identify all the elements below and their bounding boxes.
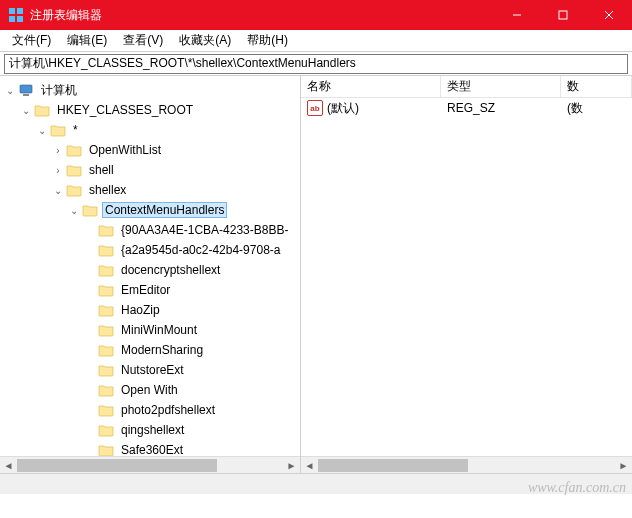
list-scrollbar-h[interactable]: ◄ ► [301, 456, 632, 473]
tree-node-label: MiniWinMount [118, 322, 200, 338]
tree-node-label: ContextMenuHandlers [102, 202, 227, 218]
menu-favorites[interactable]: 收藏夹(A) [171, 30, 239, 51]
expand-icon[interactable]: › [50, 165, 66, 176]
collapse-icon[interactable]: ⌄ [2, 85, 18, 96]
title-bar: 注册表编辑器 [0, 0, 632, 30]
tree-node-child[interactable]: ModernSharing [0, 340, 300, 360]
expand-icon[interactable]: › [50, 145, 66, 156]
folder-icon [98, 363, 114, 377]
tree-node-shell[interactable]: ›shell [0, 160, 300, 180]
list-row[interactable]: ab (默认) REG_SZ (数 [301, 98, 632, 118]
value-data: (数 [561, 100, 632, 117]
value-type: REG_SZ [441, 101, 561, 115]
tree-node-label: * [70, 122, 81, 138]
tree-node-computer[interactable]: ⌄计算机 [0, 80, 300, 100]
col-header-data[interactable]: 数 [561, 76, 632, 97]
collapse-icon[interactable]: ⌄ [66, 205, 82, 216]
folder-icon [50, 123, 66, 137]
scroll-thumb[interactable] [17, 459, 217, 472]
folder-icon [98, 223, 114, 237]
tree-node-child[interactable]: EmEditor [0, 280, 300, 300]
tree-node-contextmenuhandlers[interactable]: ⌄ContextMenuHandlers [0, 200, 300, 220]
tree-node-child[interactable]: {90AA3A4E-1CBA-4233-B8BB- [0, 220, 300, 240]
tree-node-hkcr[interactable]: ⌄HKEY_CLASSES_ROOT [0, 100, 300, 120]
menu-edit[interactable]: 编辑(E) [59, 30, 115, 51]
svg-rect-8 [20, 85, 32, 93]
close-button[interactable] [586, 0, 632, 30]
minimize-button[interactable] [494, 0, 540, 30]
tree-node-star[interactable]: ⌄* [0, 120, 300, 140]
address-text: 计算机\HKEY_CLASSES_ROOT\*\shellex\ContextM… [9, 55, 356, 72]
svg-rect-5 [559, 11, 567, 19]
address-bar: 计算机\HKEY_CLASSES_ROOT\*\shellex\ContextM… [0, 52, 632, 76]
col-header-type[interactable]: 类型 [441, 76, 561, 97]
tree-node-child[interactable]: docencryptshellext [0, 260, 300, 280]
folder-icon [98, 403, 114, 417]
tree-node-label: HKEY_CLASSES_ROOT [54, 102, 196, 118]
scroll-right-icon[interactable]: ► [283, 457, 300, 474]
folder-icon [66, 183, 82, 197]
tree-node-label: HaoZip [118, 302, 163, 318]
folder-icon [34, 103, 50, 117]
tree-node-label: NutstoreExt [118, 362, 187, 378]
tree-node-child[interactable]: HaoZip [0, 300, 300, 320]
string-value-icon: ab [307, 100, 323, 116]
menu-view[interactable]: 查看(V) [115, 30, 171, 51]
tree-node-label: docencryptshellext [118, 262, 223, 278]
collapse-icon[interactable]: ⌄ [34, 125, 50, 136]
menu-bar: 文件(F) 编辑(E) 查看(V) 收藏夹(A) 帮助(H) [0, 30, 632, 52]
scroll-right-icon[interactable]: ► [615, 457, 632, 474]
window-title: 注册表编辑器 [30, 7, 494, 24]
scroll-left-icon[interactable]: ◄ [0, 457, 17, 474]
tree-node-label: ModernSharing [118, 342, 206, 358]
svg-rect-0 [9, 8, 15, 14]
folder-icon [98, 303, 114, 317]
tree-node-child[interactable]: NutstoreExt [0, 360, 300, 380]
folder-icon [98, 323, 114, 337]
tree-node-label: Open With [118, 382, 181, 398]
tree-node-label: shellex [86, 182, 129, 198]
list-pane[interactable]: 名称 类型 数 ab (默认) REG_SZ (数 ◄ ► [301, 76, 632, 473]
svg-rect-9 [23, 94, 29, 96]
folder-icon [98, 443, 114, 457]
tree-scrollbar-h[interactable]: ◄ ► [0, 456, 300, 473]
tree-node-child[interactable]: MiniWinMount [0, 320, 300, 340]
menu-file[interactable]: 文件(F) [4, 30, 59, 51]
tree-node-label: EmEditor [118, 282, 173, 298]
tree-node-child[interactable]: {a2a9545d-a0c2-42b4-9708-a [0, 240, 300, 260]
tree-node-label: {a2a9545d-a0c2-42b4-9708-a [118, 242, 283, 258]
menu-help[interactable]: 帮助(H) [239, 30, 296, 51]
tree-node-child[interactable]: photo2pdfshellext [0, 400, 300, 420]
collapse-icon[interactable]: ⌄ [18, 105, 34, 116]
scroll-thumb[interactable] [318, 459, 468, 472]
folder-icon [66, 163, 82, 177]
tree-node-child[interactable]: Open With [0, 380, 300, 400]
maximize-button[interactable] [540, 0, 586, 30]
tree-node-label: shell [86, 162, 117, 178]
tree-node-child[interactable]: qingshellext [0, 420, 300, 440]
col-header-name[interactable]: 名称 [301, 76, 441, 97]
app-icon [8, 7, 24, 23]
value-name: (默认) [327, 100, 359, 117]
folder-icon [98, 423, 114, 437]
svg-rect-3 [17, 16, 23, 22]
tree-pane[interactable]: ⌄计算机⌄HKEY_CLASSES_ROOT⌄*›OpenWithList›sh… [0, 76, 301, 473]
svg-rect-1 [17, 8, 23, 14]
folder-icon [82, 203, 98, 217]
tree-node-label: qingshellext [118, 422, 187, 438]
folder-icon [98, 243, 114, 257]
collapse-icon[interactable]: ⌄ [50, 185, 66, 196]
folder-icon [98, 263, 114, 277]
scroll-left-icon[interactable]: ◄ [301, 457, 318, 474]
folder-icon [98, 283, 114, 297]
tree-node-label: OpenWithList [86, 142, 164, 158]
tree-node-label: 计算机 [38, 81, 80, 100]
tree-node-shellex[interactable]: ⌄shellex [0, 180, 300, 200]
address-input[interactable]: 计算机\HKEY_CLASSES_ROOT\*\shellex\ContextM… [4, 54, 628, 74]
folder-icon [66, 143, 82, 157]
status-bar [0, 474, 632, 494]
tree-node-openwithlist[interactable]: ›OpenWithList [0, 140, 300, 160]
svg-rect-2 [9, 16, 15, 22]
tree-node-label: {90AA3A4E-1CBA-4233-B8BB- [118, 222, 291, 238]
folder-icon [98, 343, 114, 357]
